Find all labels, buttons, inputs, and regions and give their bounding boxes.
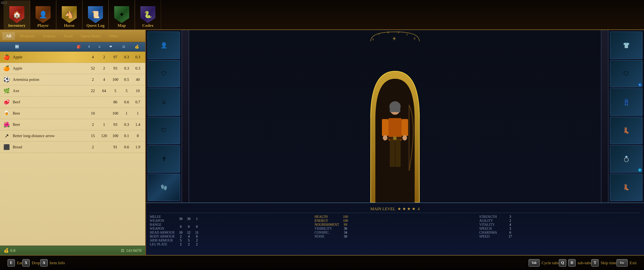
stat-leg-v2: 2 — [186, 242, 192, 246]
stat-conspic: CONSPIC. 34 — [314, 231, 476, 235]
attr-agility-label: AGILITY — [479, 219, 506, 223]
filter-tab-weapons[interactable]: Weapons — [16, 32, 38, 40]
svg-rect-8 — [396, 140, 401, 170]
item-row[interactable]: 🍎 Apple 4 2 97 0.3 0.3 — [0, 52, 145, 63]
svg-point-13 — [383, 135, 387, 141]
col-sort[interactable]: 🔤 — [2, 45, 74, 49]
key-x: X — [22, 259, 30, 267]
slot-dagger[interactable]: 🗡 — [148, 145, 180, 173]
stat-body-label: BODY ARMOUR — [150, 235, 176, 238]
weight-stat: ⚖ 141/6678 — [121, 248, 142, 253]
stat-body: BODY ARMOUR 2 4 6 — [150, 235, 311, 238]
column-headers: 🔤 🎒 # ⚔ ❤ ⚖ 💰 — [0, 42, 145, 52]
item-row[interactable]: 🍺 Beer 10 100 1 1 — [0, 108, 145, 119]
filter-tab-other[interactable]: Other — [105, 32, 122, 40]
stat-melee-v1: 30 — [178, 217, 184, 221]
stat-noise: NOISE 30 — [314, 235, 476, 238]
inventory-panel: All Weapons Armour Food Quest Items Othe… — [0, 30, 146, 255]
action-eat-group: E Eat — [8, 259, 22, 267]
item-row[interactable]: 🥩 Beef 86 0.6 0.7 — [0, 97, 145, 108]
gothic-col-right — [601, 30, 608, 202]
item-row[interactable]: 🌿 Axe 22 64 5 5 10 — [0, 85, 145, 97]
stat-arm: ARM ARMOUR 5 5 2 — [150, 238, 311, 242]
item-cond-bread: 91 — [110, 145, 121, 150]
combat-stats-col: MELEE WEAPON 30 30 1 RANGE WEAPON 0 0 0 … — [150, 215, 311, 246]
item-name-arrow: Better long-distance arrow — [13, 133, 87, 138]
svg-text:8: 8 — [388, 31, 389, 34]
nav-tab-codex[interactable]: 🐍 Codex — [135, 0, 161, 30]
slot-shield[interactable]: 🛡 — [148, 60, 180, 88]
item-row[interactable]: ↗ Better long-distance arrow 15 120 100 … — [0, 130, 145, 142]
slot-body-armor[interactable]: 🛡 ★ — [610, 60, 642, 88]
slot-boots[interactable]: 👢 — [610, 117, 642, 144]
nav-tab-label-player: Player — [37, 23, 49, 28]
slot-offhand[interactable]: 🛡 — [148, 117, 180, 144]
slot-sword[interactable]: ⚔ — [148, 88, 180, 116]
item-row[interactable]: ⚽ Artemisia potion 2 4 100 0.5 40 — [0, 74, 145, 85]
item-slots-apple2: 2 — [98, 66, 110, 71]
left-equip-column: 👤 🛡 ⚔ 🛡 🗡 🧤 — [146, 30, 182, 202]
nav-tab-inventory[interactable]: 🏠 Inventory — [4, 0, 30, 30]
attr-speed: SPEED 17 — [479, 235, 640, 238]
compass-arc: 6 7 8 9 T R ⚜ — [369, 30, 421, 41]
filter-tab-quest[interactable]: Quest Items — [77, 32, 104, 40]
slot-empty1[interactable]: 🧤 — [148, 174, 180, 201]
item-name-bread: Bread — [13, 145, 87, 150]
item-cond-beet: 93 — [110, 122, 121, 127]
empty-slot-icon1: 🧤 — [160, 184, 167, 191]
filter-tab-food[interactable]: Food — [60, 32, 76, 40]
col-qty-header[interactable]: # — [84, 45, 95, 49]
item-row[interactable]: ⬛ Bread 2 91 0.6 1.9 — [0, 142, 145, 153]
item-icon-bread: ⬛ — [2, 143, 11, 152]
item-row[interactable]: 🍊 Apple 52 2 93 0.3 0.3 — [0, 63, 145, 74]
svg-text:R: R — [414, 37, 416, 40]
slot-badge-2: ★ — [638, 168, 642, 172]
right-equip-column: 👕 🛡 ★ 👖 👢 💍 ★ 👢 — [608, 30, 644, 202]
item-row[interactable]: 🌺 Beet 2 1 93 0.3 1.4 — [0, 119, 145, 130]
item-qty-beet: 2 — [87, 122, 98, 127]
gold-icon: 💰 — [4, 248, 9, 253]
item-cond-apple1: 97 — [110, 55, 121, 59]
svg-text:6: 6 — [372, 38, 374, 41]
item-qty-axe: 22 — [87, 88, 98, 93]
stat-leg: LEG PLATE 2 2 2 — [150, 242, 311, 246]
slot-ring[interactable]: 💍 ★ — [610, 145, 642, 173]
svg-rect-6 — [390, 106, 400, 112]
stat-health-label: HEALTH — [314, 215, 341, 219]
filter-tab-armour[interactable]: Armour — [39, 32, 60, 40]
filter-tab-all[interactable]: All — [2, 32, 15, 40]
nav-tab-player[interactable]: 👤 Player — [30, 0, 56, 30]
item-icon-artemisia: ⚽ — [2, 75, 11, 84]
nav-tab-horse[interactable]: 🐴 Horse — [56, 0, 82, 30]
item-slots-artemisia: 4 — [98, 77, 110, 82]
slot-pants[interactable]: 👖 — [610, 88, 642, 116]
col-icon-header: 🎒 — [74, 45, 84, 49]
item-slots-axe: 64 — [98, 88, 110, 93]
item-qty-arrow: 15 — [87, 133, 98, 138]
item-price-apple2: 0.3 — [132, 66, 144, 71]
item-price-arrow: 8 — [132, 133, 144, 138]
level-indicator: 6 7 8 9 T R ⚜ — [369, 30, 421, 42]
boots-slot-icon: 👢 — [623, 127, 630, 134]
action-exit-group: Esc Exit — [616, 259, 636, 267]
filter-tabs: All Weapons Armour Food Quest Items Othe… — [0, 30, 145, 42]
shield-quest: 📜 — [88, 6, 103, 23]
slot-boots2[interactable]: 👢 — [610, 174, 642, 201]
main-content: All Weapons Armour Food Quest Items Othe… — [0, 30, 644, 255]
slot-chest[interactable]: 👕 — [610, 32, 642, 59]
nav-tab-map[interactable]: ✦ Map — [108, 0, 135, 30]
item-slots-apple1: 2 — [98, 55, 110, 59]
item-price-axe: 10 — [132, 88, 144, 93]
svg-rect-3 — [393, 137, 396, 140]
nav-tab-quest[interactable]: 📜 Quest Log — [82, 0, 108, 30]
item-name-axe: Axe — [13, 88, 87, 93]
col-type-header: ⚔ — [95, 45, 104, 49]
item-cond-beer: 100 — [110, 111, 121, 116]
col-cond-header: ❤ — [104, 45, 117, 49]
item-weight-beef: 0.6 — [121, 100, 132, 104]
slot-head[interactable]: 👤 — [148, 32, 180, 59]
vital-stats-col: HEALTH 100 ENERGY 100 NOURISHMENT 99 VIS… — [314, 215, 476, 246]
item-cond-arrow: 100 — [110, 133, 121, 138]
stat-range: RANGE WEAPON 0 0 0 — [150, 223, 311, 231]
stats-grid: MELEE WEAPON 30 30 1 RANGE WEAPON 0 0 0 … — [150, 215, 640, 246]
